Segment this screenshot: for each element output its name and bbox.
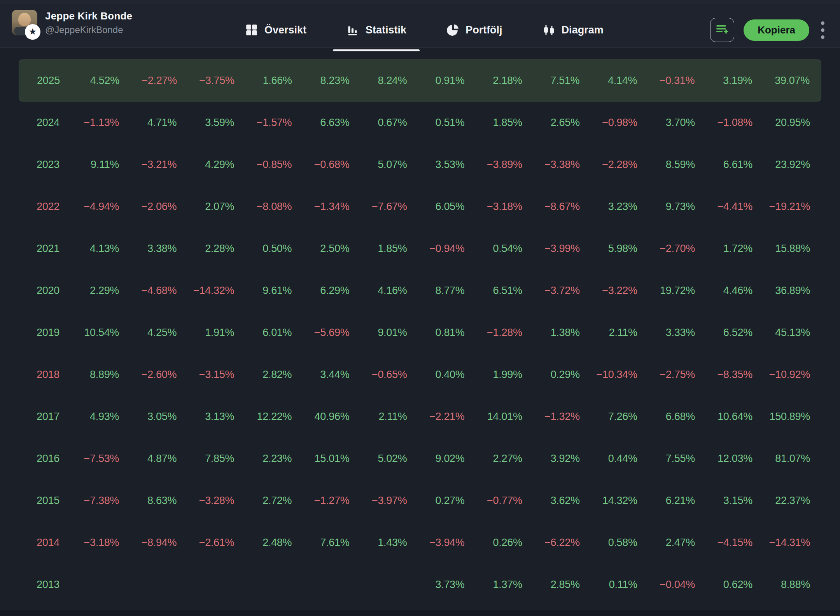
year-row[interactable]: 2015−7.38%8.63%−3.28%2.72%−1.27%−3.97%0.… (19, 480, 821, 522)
year-row[interactable]: 20174.93%3.05%3.13%12.22%40.96%2.11%−2.2… (19, 396, 821, 438)
month-return: 12.03% (695, 453, 752, 465)
popular-investor-star-badge: ★ (25, 24, 40, 40)
month-return: 0.54% (465, 243, 522, 255)
month-return: −0.85% (234, 159, 292, 171)
month-return: 6.61% (695, 159, 752, 171)
month-return: 9.11% (61, 159, 119, 171)
month-return: 7.26% (580, 411, 637, 423)
year-row[interactable]: 20254.52%−2.27%−3.75%1.66%8.23%8.24%0.91… (19, 60, 821, 102)
year-row[interactable]: 20202.29%−4.68%−14.32%9.61%6.29%4.16%8.7… (19, 270, 821, 312)
month-return: −4.68% (119, 285, 177, 297)
year-label: 2013 (37, 579, 61, 591)
yearly-total-return: 8.88% (752, 579, 810, 591)
month-return: −0.94% (407, 243, 464, 255)
month-return: 10.54% (61, 327, 119, 339)
year-row[interactable]: 2022−4.94%−2.06%2.07%−8.08%−1.34%−7.67%6… (19, 186, 821, 228)
month-return: 4.25% (119, 327, 177, 339)
month-return: −8.67% (522, 201, 580, 213)
copy-button[interactable]: Kopiera (744, 19, 809, 41)
month-return: 8.59% (637, 159, 695, 171)
month-return: 0.67% (349, 117, 407, 129)
month-return: 4.29% (177, 159, 234, 171)
month-return: −5.69% (292, 327, 349, 339)
month-return: 3.13% (177, 411, 234, 423)
year-row[interactable]: 201910.54%4.25%1.91%6.01%−5.69%9.01%0.81… (19, 312, 821, 354)
yearly-total-return: 39.07% (752, 75, 810, 87)
yearly-total-return: −14.31% (752, 537, 810, 549)
month-return: 0.51% (407, 117, 464, 129)
month-return: 3.73% (407, 579, 464, 591)
month-return: 2.72% (234, 495, 292, 507)
tab-label: Diagram (562, 24, 604, 36)
kebab-menu-icon[interactable] (819, 19, 827, 41)
month-return: 4.16% (349, 285, 407, 297)
month-return: 2.23% (234, 453, 292, 465)
year-row[interactable]: 20239.11%−3.21%4.29%−0.85%−0.68%5.07%3.5… (19, 144, 821, 186)
month-return: 9.61% (234, 285, 292, 297)
month-return: 6.51% (465, 285, 522, 297)
year-label: 2016 (37, 453, 61, 465)
year-label: 2019 (37, 327, 61, 339)
avatar[interactable]: ★ (12, 10, 37, 35)
year-row[interactable]: 20133.73%1.37%2.85%0.11%−0.04%0.62%8.88% (19, 564, 821, 606)
pie-chart-icon (446, 23, 459, 37)
yearly-total-return: 150.89% (752, 411, 810, 423)
month-return: 3.59% (177, 117, 234, 129)
tab-portfolj[interactable]: Portfölj (433, 9, 516, 51)
month-return: 40.96% (292, 411, 349, 423)
month-return: 14.32% (580, 495, 637, 507)
month-return: −7.38% (61, 495, 119, 507)
year-label: 2021 (37, 243, 61, 255)
month-return: 4.87% (119, 453, 177, 465)
tab-diagram[interactable]: Diagram (529, 9, 617, 51)
month-return: −3.18% (465, 201, 522, 213)
month-return: −1.27% (292, 495, 349, 507)
month-return: 2.65% (522, 117, 580, 129)
month-return: −1.08% (695, 117, 752, 129)
yearly-total-return: 36.89% (752, 285, 810, 297)
year-row[interactable]: 20188.89%−2.60%−3.15%2.82%3.44%−0.65%0.4… (19, 354, 821, 396)
month-return: 1.99% (465, 369, 522, 381)
month-return: 1.91% (177, 327, 234, 339)
month-return: 2.47% (637, 537, 695, 549)
year-row[interactable]: 2014−3.18%−8.94%−2.61%2.48%7.61%1.43%−3.… (19, 522, 821, 564)
month-return: −2.70% (637, 243, 695, 255)
month-return: −1.32% (522, 411, 580, 423)
year-row[interactable]: 2016−7.53%4.87%7.85%2.23%15.01%5.02%9.02… (19, 438, 821, 480)
month-return: 0.44% (580, 453, 637, 465)
month-return: −2.27% (119, 75, 177, 87)
month-return: −3.38% (522, 159, 580, 171)
month-return: −8.94% (119, 537, 177, 549)
month-return: 12.22% (234, 411, 292, 423)
year-row[interactable]: 2024−1.13%4.71%3.59%−1.57%6.63%0.67%0.51… (19, 102, 821, 144)
star-icon: ★ (29, 27, 37, 36)
section-tabs: Översikt Statistik Portfölj (232, 9, 617, 51)
tab-label: Statistik (366, 24, 406, 36)
add-to-watchlist-button[interactable] (710, 18, 734, 42)
bar-chart-icon (346, 23, 359, 37)
month-return: 2.85% (522, 579, 580, 591)
year-label: 2018 (37, 369, 61, 381)
tab-statistik[interactable]: Statistik (333, 9, 420, 51)
month-return: 7.85% (177, 453, 234, 465)
month-return: 8.23% (292, 75, 350, 87)
month-return: −3.75% (177, 75, 234, 87)
month-return: −8.08% (234, 201, 292, 213)
month-return: −3.99% (522, 243, 580, 255)
month-return: 2.11% (349, 411, 407, 423)
month-return: 6.01% (234, 327, 292, 339)
month-return: 8.89% (61, 369, 119, 381)
year-row[interactable]: 20214.13%3.38%2.28%0.50%2.50%1.85%−0.94%… (19, 228, 821, 270)
month-return: 1.85% (349, 243, 407, 255)
month-return: 3.70% (637, 117, 695, 129)
add-to-list-icon (715, 23, 729, 37)
month-return: 2.28% (177, 243, 234, 255)
profile-summary[interactable]: ★ Jeppe Kirk Bonde @JeppeKirkBonde (12, 10, 132, 35)
month-return: 0.62% (695, 579, 752, 591)
month-return: 2.11% (580, 327, 637, 339)
month-return: 1.85% (465, 117, 522, 129)
tab-oversikt[interactable]: Översikt (232, 9, 320, 51)
month-return: −0.68% (292, 159, 349, 171)
month-return: −3.89% (465, 159, 522, 171)
month-return: −14.32% (177, 285, 234, 297)
